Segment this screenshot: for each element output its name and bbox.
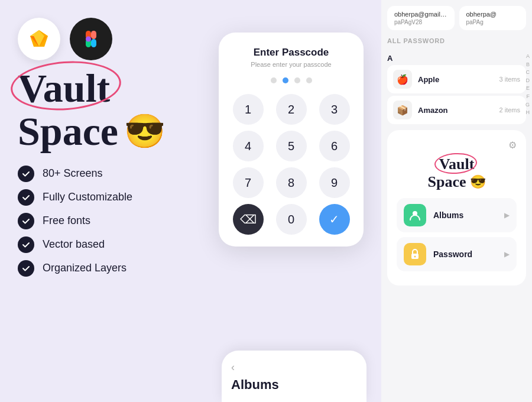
check-icon-2	[18, 189, 34, 206]
alpha-c[interactable]: C	[525, 69, 531, 76]
feature-label-2: Fully Customizable	[43, 191, 132, 203]
left-panel: Vault Space 😎 80+ Screens Fully Customiz…	[0, 0, 381, 402]
passcode-title: Enter Passcode	[229, 47, 353, 59]
password-item-amazon[interactable]: 📦 Amazon 2 items	[387, 96, 526, 124]
check-icon-3	[18, 213, 34, 229]
alpha-f[interactable]: F	[525, 93, 531, 100]
alpha-a[interactable]: A	[525, 53, 531, 60]
account-email-1: obherpa@gmail.com	[394, 11, 447, 18]
albums-back-icon[interactable]: ‹	[231, 361, 357, 374]
app-item-albums[interactable]: Albums ▶	[397, 198, 517, 232]
key-8[interactable]: 8	[276, 167, 307, 198]
passcode-subtitle: Please enter your passcode	[229, 61, 353, 68]
dot-2	[283, 77, 288, 83]
vault-oval-wrapper: Vault	[18, 66, 110, 111]
feature-label-5: Organized Layers	[43, 262, 126, 274]
vault-brand-small: Vault Space 😎	[397, 155, 517, 191]
feature-label-3: Free fonts	[43, 215, 90, 227]
password-app-name: Password	[433, 249, 497, 259]
check-icon-4	[18, 236, 34, 253]
space-small-text: Space	[428, 173, 466, 191]
amazon-icon: 📦	[393, 100, 412, 119]
dot-3	[294, 77, 300, 83]
key-4[interactable]: 4	[233, 131, 264, 161]
albums-app-icon	[404, 204, 426, 226]
vault-oval-small-wrapper: Vault	[439, 155, 475, 173]
svg-rect-7	[91, 31, 96, 39]
all-password-label: ALL PASSWORD	[387, 37, 526, 44]
account-card-1[interactable]: obherpa@gmail.com paPAgV28	[387, 6, 455, 30]
key-6[interactable]: 6	[319, 131, 350, 161]
gear-icon-row: ⚙	[397, 140, 517, 151]
feature-item-5: Organized Layers	[18, 260, 364, 277]
password-arrow-icon: ▶	[504, 250, 510, 258]
alpha-e[interactable]: E	[525, 85, 531, 92]
password-item-apple[interactable]: 🍎 Apple 3 items	[387, 65, 526, 93]
apple-icon: 🍎	[393, 70, 412, 89]
amazon-name: Amazon	[418, 106, 494, 115]
key-3[interactable]: 3	[319, 94, 350, 125]
key-9[interactable]: 9	[319, 167, 350, 198]
dot-1	[271, 77, 277, 83]
key-2[interactable]: 2	[276, 94, 307, 125]
gear-icon[interactable]: ⚙	[508, 140, 517, 151]
alpha-b[interactable]: B	[525, 61, 531, 69]
alpha-g[interactable]: G	[525, 101, 531, 109]
account-card-2[interactable]: obherpa@ paPAg	[459, 6, 527, 30]
albums-card: ‹ Albums	[222, 351, 366, 402]
dots-row	[229, 77, 353, 83]
apple-name: Apple	[418, 75, 494, 84]
accounts-row: obherpa@gmail.com paPAgV28 obherpa@ paPA…	[381, 0, 532, 35]
check-icon-1	[18, 166, 34, 182]
check-icon-5	[18, 260, 34, 277]
password-app-icon	[404, 243, 426, 265]
key-confirm[interactable]: ✓	[319, 204, 350, 235]
dot-4	[306, 77, 312, 83]
vault-bottom-section: ⚙ Vault Space 😎 Albums ▶	[387, 130, 526, 286]
keypad: 1 2 3 4 5 6 7 8 9 ⌫ 0 ✓	[229, 94, 353, 235]
albums-title: Albums	[231, 377, 357, 393]
alpha-h[interactable]: H	[525, 109, 531, 116]
albums-arrow-icon: ▶	[504, 211, 510, 219]
key-7[interactable]: 7	[233, 167, 264, 198]
right-panel: obherpa@gmail.com paPAgV28 obherpa@ paPA…	[381, 0, 532, 402]
key-backspace[interactable]: ⌫	[233, 204, 264, 235]
space-row-small: Space 😎	[397, 173, 517, 191]
account-id-2: paPAg	[466, 19, 520, 25]
apple-count: 3 items	[499, 76, 520, 83]
key-0[interactable]: 0	[276, 204, 307, 235]
sketch-logo	[18, 18, 60, 60]
feature-label-4: Vector based	[43, 238, 105, 251]
all-password-section: ALL PASSWORD	[381, 35, 532, 51]
emoji-small: 😎	[470, 174, 486, 190]
alpha-sidebar: A B C D E F G H	[525, 51, 532, 118]
albums-app-name: Albums	[433, 210, 497, 220]
feature-label-1: 80+ Screens	[43, 167, 103, 180]
amazon-count: 2 items	[499, 106, 520, 114]
alpha-d[interactable]: D	[525, 77, 531, 85]
sunglasses-emoji: 😎	[124, 112, 166, 151]
figma-logo	[70, 18, 112, 60]
space-text: Space	[18, 108, 118, 155]
svg-point-13	[414, 256, 416, 258]
passcode-card: Enter Passcode Please enter your passcod…	[219, 33, 364, 247]
key-5[interactable]: 5	[276, 131, 307, 161]
app-item-password[interactable]: Password ▶	[397, 237, 517, 271]
svg-point-10	[86, 37, 91, 42]
section-letter-a: A	[381, 51, 532, 65]
svg-rect-9	[91, 39, 96, 47]
account-email-2: obherpa@	[466, 11, 520, 18]
password-list-wrapper: A 🍎 Apple 3 items 📦 Amazon 2 items A B C…	[381, 51, 532, 127]
account-id-1: paPAgV28	[394, 19, 447, 25]
key-1[interactable]: 1	[233, 94, 264, 125]
